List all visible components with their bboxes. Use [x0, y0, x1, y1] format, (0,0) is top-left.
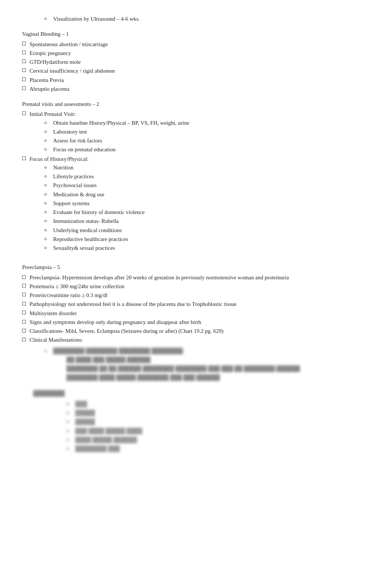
- item-text: Pathophysiology not understood feel it i…: [30, 300, 237, 308]
- blurred-text: ████ █████ ██████: [75, 436, 137, 444]
- sub-list-item: o Laboratory test: [22, 128, 189, 136]
- o-bullet: o: [44, 199, 53, 207]
- o-bullet: o: [44, 347, 53, 354]
- o-bullet: o: [44, 172, 53, 180]
- blurred-text: ████████ ████ █████ ████████ ███ ███ ███…: [66, 373, 220, 382]
- vaginal-bleeding-list: Spontaneous abortion / miscarriage Ectop…: [22, 40, 370, 94]
- o-bullet: o: [66, 427, 75, 434]
- bullet-icon: [22, 42, 26, 45]
- o-bullet: o: [44, 15, 53, 22]
- item-text: Evaluate for history of domestic violenc…: [53, 208, 145, 217]
- bullet-icon: [22, 293, 26, 296]
- blurred-item: o ████████ ███: [55, 445, 370, 453]
- prenatal-visits-list: Initial Prenatal Visit: o Obtain baselin…: [22, 110, 370, 253]
- o-bullet: o: [66, 400, 75, 407]
- sub-list-item: o Assess for risk factors: [22, 137, 189, 145]
- list-item: Abruptio placenta: [22, 85, 370, 93]
- blurred-item: o ████████ ████████ ████████ ████████: [44, 347, 300, 355]
- item-text: Reproductive healthcare practices: [53, 235, 128, 244]
- blurred-text: ████████ ██ ██ ██████ ████████ ████████ …: [66, 365, 300, 373]
- initial-visit-sub-list: o Obtain baseline History/Physical – BP,…: [22, 119, 189, 155]
- list-item: Clinical Manifestations: o ████████ ████…: [22, 336, 370, 382]
- o-bullet: o: [44, 137, 53, 144]
- blurred-heading: ████████: [33, 389, 370, 398]
- o-bullet: o: [66, 445, 75, 452]
- list-item: Proteinuria ≥ 300 mg/24hr urine collecti…: [22, 282, 370, 291]
- item-text: Abruptio placenta: [30, 85, 69, 93]
- top-section: o Visualization by Ultrasound – 4-6 wks.: [22, 15, 370, 23]
- item-text: Underlying medical conditions: [53, 226, 122, 235]
- list-item: GTD/Hydatiform mole: [22, 58, 370, 66]
- list-item: Preeclampsia- Hypertension develops afte…: [22, 273, 370, 282]
- list-item: Initial Prenatal Visit: o Obtain baselin…: [22, 110, 370, 154]
- bullet-icon: [22, 77, 26, 81]
- list-item: Cervical insufficiency / rigid abdomen: [22, 67, 370, 75]
- sub-list-item: o Psychosocial issues: [22, 181, 145, 190]
- sub-list-item: o Reproductive healthcare practices: [22, 235, 145, 244]
- sub-list-item: o Underlying medical conditions: [22, 226, 145, 235]
- initial-visit-label: Initial Prenatal Visit:: [30, 110, 76, 118]
- item-text: Signs and symptoms develop only during p…: [30, 318, 201, 327]
- item-text: Lifestyle practices: [53, 172, 94, 181]
- o-bullet: o: [44, 190, 53, 198]
- sub-list-item: o Support systems: [22, 199, 145, 208]
- item-text: Classifications- Mild, Severe, Eclampsia…: [30, 327, 223, 335]
- item-text: Immunization status- Rubella: [53, 217, 118, 225]
- sub-list-item: o Obtain baseline History/Physical – BP,…: [22, 119, 189, 127]
- blurred-text: ██ ████ ███ █████ ██████: [66, 356, 151, 364]
- item-text: GTD/Hydatiform mole: [30, 58, 81, 66]
- list-item: Classifications- Mild, Severe, Eclampsia…: [22, 327, 370, 335]
- sub-list-item: o Focus on prenatal education: [22, 145, 189, 154]
- list-item: Ectopic pregnancy: [22, 49, 370, 58]
- blurred-text: █████: [75, 418, 95, 426]
- bullet-icon: [22, 111, 26, 115]
- top-sub-list: o Visualization by Ultrasound – 4-6 wks.: [22, 15, 370, 23]
- blurred-text: ███: [75, 400, 87, 408]
- blurred-text: █████: [75, 409, 95, 417]
- item-text: Clinical Manifestations:: [30, 336, 83, 344]
- o-bullet: o: [44, 235, 53, 242]
- item-text: Psychosocial issues: [53, 181, 97, 190]
- vaginal-bleeding-section: Vaginal Bleeding – 1 Spontaneous abortio…: [22, 30, 370, 93]
- o-bullet: o: [44, 163, 53, 171]
- focus-history-sub-list: o Nutrition o Lifestyle practices o Psyc…: [22, 163, 145, 253]
- sub-list-item: o Sexuality& sexual practices: [22, 244, 145, 252]
- blurred-item: o █████: [55, 418, 370, 426]
- bullet-icon: [22, 284, 26, 287]
- item-text: Preeclampsia- Hypertension develops afte…: [30, 273, 289, 282]
- prenatal-visits-section: Prenatal visits and assessments – 2 Init…: [22, 100, 370, 253]
- list-item: Spontaneous abortion / miscarriage: [22, 40, 370, 49]
- item-text: Multisystem disorder: [30, 309, 77, 318]
- second-blurred-section: ████████ o ███ o █████ o █████ o ███ ███…: [22, 389, 370, 453]
- blurred-item: ████████ ████ █████ ████████ ███ ███ ███…: [44, 373, 300, 382]
- bullet-icon: [22, 68, 26, 72]
- blurred-item: ████████ ██ ██ ██████ ████████ ████████ …: [44, 365, 300, 373]
- blurred-sub-list: o ████████ ████████ ████████ ████████ ██…: [44, 347, 300, 382]
- item-text: Protein/creatinine ratio ≥ 0.3 mg/dl: [30, 291, 107, 300]
- item-text: Laboratory test: [53, 128, 87, 136]
- focus-history-label: Focus of History/Physical:: [30, 155, 89, 163]
- second-blurred-list: o ███ o █████ o █████ o ███ ████ █████ █…: [33, 400, 370, 453]
- bullet-icon: [22, 59, 26, 63]
- bullet-icon: [22, 51, 26, 54]
- item-text: Sexuality& sexual practices: [53, 244, 115, 252]
- bullet-icon: [22, 338, 26, 341]
- o-bullet: o: [44, 145, 53, 153]
- o-bullet: o: [44, 244, 53, 251]
- preeclampsia-list: Preeclampsia- Hypertension develops afte…: [22, 273, 370, 383]
- o-bullet: o: [66, 436, 75, 443]
- clinical-blurred-items: o ████████ ████████ ████████ ████████ ██…: [22, 347, 300, 383]
- sub-list-item: o Immunization status- Rubella: [22, 217, 145, 225]
- bullet-icon: [22, 156, 26, 160]
- bullet-icon: [22, 86, 26, 90]
- sub-list-item: o Medication & drug use: [22, 190, 145, 199]
- item-text: Nutrition: [53, 163, 73, 172]
- o-bullet: o: [44, 128, 53, 135]
- prenatal-visits-heading: Prenatal visits and assessments – 2: [22, 100, 370, 108]
- item-text: Medication & drug use: [53, 190, 104, 199]
- bullet-icon: [22, 320, 26, 324]
- list-item: Signs and symptoms develop only during p…: [22, 318, 370, 327]
- item-text: Cervical insufficiency / rigid abdomen: [30, 67, 115, 75]
- bullet-icon: [22, 329, 26, 332]
- o-bullet: o: [66, 418, 75, 425]
